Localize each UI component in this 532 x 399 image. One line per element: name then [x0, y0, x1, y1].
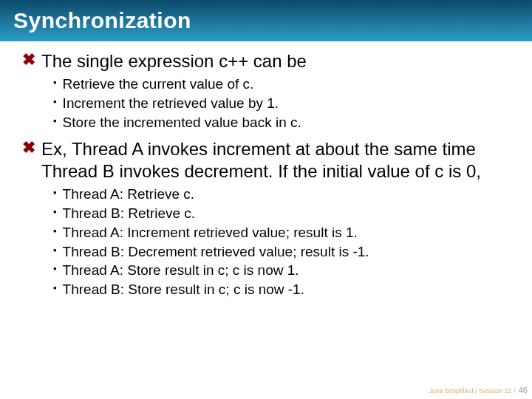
sub-text: Thread B: Store result in c; c is now -1… — [63, 281, 304, 299]
sub-item: ▪ Thread A: Retrieve c. — [53, 185, 510, 203]
sub-bullet-icon: ▪ — [53, 75, 57, 90]
content-area: ✖ The single expression c++ can be ▪ Ret… — [0, 41, 532, 299]
sub-bullet-icon: ▪ — [53, 224, 57, 239]
main-item: ✖ The single expression c++ can be — [22, 50, 510, 72]
sub-text: Increment the retrieved value by 1. — [63, 95, 279, 112]
sub-item: ▪ Thread B: Retrieve c. — [53, 205, 510, 222]
slide-title: Synchronization — [13, 8, 191, 33]
sub-text: Thread B: Decrement retrieved value; res… — [63, 243, 369, 261]
sub-list: ▪ Retrieve the current value of c. ▪ Inc… — [53, 75, 510, 131]
sub-text: Thread B: Retrieve c. — [63, 205, 196, 222]
sub-bullet-icon: ▪ — [53, 205, 57, 219]
sub-item: ▪ Store the incremented value back in c. — [53, 114, 510, 132]
sub-bullet-icon: ▪ — [53, 185, 57, 200]
sub-item: ▪ Thread A: Store result in c; c is now … — [53, 262, 510, 279]
sub-bullet-icon: ▪ — [53, 114, 57, 129]
sub-list: ▪ Thread A: Retrieve c. ▪ Thread B: Retr… — [53, 185, 510, 299]
main-text: The single expression c++ can be — [41, 50, 307, 72]
sub-item: ▪ Thread B: Store result in c; c is now … — [53, 281, 510, 299]
footer-text: Java Simplified / Session 22 / 46 — [429, 387, 525, 395]
sub-item: ▪ Increment the retrieved value by 1. — [53, 95, 510, 112]
page-number: 46 — [516, 386, 528, 395]
sub-item: ▪ Retrieve the current value of c. — [53, 75, 510, 93]
sub-bullet-icon: ▪ — [53, 95, 57, 109]
sub-text: Store the incremented value back in c. — [63, 114, 301, 132]
sub-bullet-icon: ▪ — [53, 281, 57, 296]
main-bullet-icon: ✖ — [22, 138, 35, 157]
sub-text: Thread A: Increment retrieved value; res… — [63, 224, 358, 242]
sub-bullet-icon: ▪ — [53, 262, 57, 276]
sub-text: Thread A: Retrieve c. — [63, 185, 194, 203]
main-item: ✖ Ex, Thread A invokes increment at abou… — [22, 138, 510, 183]
sub-text: Retrieve the current value of c. — [63, 75, 254, 93]
sub-text: Thread A: Store result in c; c is now 1. — [63, 262, 299, 279]
main-bullet-icon: ✖ — [22, 50, 35, 69]
sub-item: ▪ Thread A: Increment retrieved value; r… — [53, 224, 510, 242]
sub-bullet-icon: ▪ — [53, 243, 57, 258]
main-text: Ex, Thread A invokes increment at about … — [41, 138, 510, 183]
title-bar: Synchronization — [0, 0, 532, 41]
sub-item: ▪ Thread B: Decrement retrieved value; r… — [53, 243, 510, 261]
